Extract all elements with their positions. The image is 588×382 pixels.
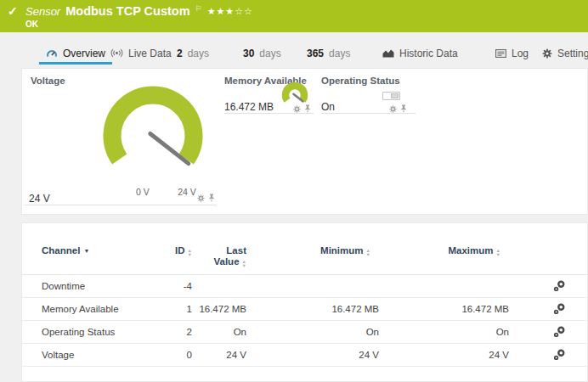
channel-settings-icon[interactable] xyxy=(553,349,565,361)
gear-icon xyxy=(542,48,552,59)
cell-last: On xyxy=(192,327,246,337)
broadcast-icon xyxy=(110,48,123,58)
priority-flag-icon: ⚐ xyxy=(195,4,202,13)
table-row-downtime: Downtime -4 xyxy=(22,275,588,298)
cell-id: 0 xyxy=(152,350,192,360)
tab-label: Live Data xyxy=(128,48,172,59)
tab-label: Settings xyxy=(557,48,588,59)
widget-gear-icon[interactable] xyxy=(197,194,205,202)
widget-pin-icon[interactable] xyxy=(400,104,407,113)
gauge-title: Voltage xyxy=(31,76,65,86)
column-header-last-value[interactable]: Last Value▲▼ xyxy=(192,245,246,267)
tab-settings[interactable]: Settings xyxy=(542,42,588,65)
channels-panel: Channel▼ ID▲▼ Last Value▲▼ Minimum▲▼ Max… xyxy=(21,222,588,382)
table-header-row: Channel▼ ID▲▼ Last Value▲▼ Minimum▲▼ Max… xyxy=(22,223,588,275)
cell-channel: Downtime xyxy=(42,281,152,291)
cell-min: 24 V xyxy=(246,350,379,360)
widget-pin-icon[interactable] xyxy=(304,104,311,113)
tab-label: Overview xyxy=(63,48,105,59)
log-icon xyxy=(495,49,506,58)
tab-30-days[interactable]: 30 days xyxy=(243,42,281,65)
sort-icon: ▲▼ xyxy=(242,260,246,267)
gauge-value: 16.472 MB xyxy=(224,101,274,113)
channel-settings-icon[interactable] xyxy=(553,280,565,292)
column-header-channel[interactable]: Channel▼ xyxy=(42,245,152,256)
sort-caret-icon: ▼ xyxy=(83,248,89,254)
tab-365-days[interactable]: 365 days xyxy=(307,42,350,65)
tab-log[interactable]: Log xyxy=(495,42,529,65)
cell-id: 1 xyxy=(152,304,192,314)
status-badge: OK xyxy=(25,20,38,29)
table-row-voltage: Voltage 0 24 V 24 V 24 V xyxy=(22,344,588,367)
voltage-gauge xyxy=(100,81,206,178)
status-toggle xyxy=(382,92,400,100)
tab-bar: Overview Live Data 2 days 30 days 365 da… xyxy=(0,42,588,65)
sensor-header: ✓ Sensor Modbus TCP Custom ⚐ ★★★☆☆ OK xyxy=(0,0,588,32)
column-header-minimum[interactable]: Minimum▲▼ xyxy=(246,245,379,256)
table-row-operating-status: Operating Status 2 On On On xyxy=(22,321,588,344)
tab-label: Log xyxy=(512,48,529,59)
tab-number: 2 xyxy=(177,48,183,59)
gauge-icon xyxy=(46,48,58,58)
gauge-value: 24 V xyxy=(29,193,50,205)
channels-table: Channel▼ ID▲▼ Last Value▲▼ Minimum▲▼ Max… xyxy=(22,223,588,367)
tab-unit: days xyxy=(188,48,209,59)
chart-icon xyxy=(382,48,394,58)
cell-last: 24 V xyxy=(192,350,246,360)
tab-overview[interactable]: Overview xyxy=(46,42,105,65)
cell-min: 16.472 MB xyxy=(246,304,379,314)
cell-id: -4 xyxy=(152,281,192,291)
widget-gear-icon[interactable] xyxy=(389,105,397,113)
tab-unit: days xyxy=(259,48,280,59)
cell-max: 24 V xyxy=(379,350,509,360)
cell-min: On xyxy=(246,327,379,337)
page-title: Modbus TCP Custom xyxy=(65,4,189,18)
cell-channel: Memory Available xyxy=(42,304,152,314)
gauges-panel: Voltage 0 V 24 V 24 V Memor xyxy=(21,68,588,215)
widget-pin-icon[interactable] xyxy=(208,194,215,202)
widget-gear-icon[interactable] xyxy=(293,105,301,113)
cell-max: 16.472 MB xyxy=(379,304,509,314)
tab-historic-data[interactable]: Historic Data xyxy=(382,42,458,65)
sort-icon: ▲▼ xyxy=(496,249,500,256)
tab-label: Historic Data xyxy=(399,48,458,59)
channel-settings-icon[interactable] xyxy=(553,326,565,338)
gauge-value: On xyxy=(321,101,335,113)
tab-live-data[interactable]: Live Data xyxy=(110,42,172,65)
tab-number: 365 xyxy=(307,48,324,59)
gauge-title: Operating Status xyxy=(321,76,400,86)
column-header-id[interactable]: ID▲▼ xyxy=(152,245,192,256)
column-header-maximum[interactable]: Maximum▲▼ xyxy=(379,245,509,256)
channel-settings-icon[interactable] xyxy=(553,303,565,315)
sort-icon: ▲▼ xyxy=(366,249,370,256)
cell-channel: Operating Status xyxy=(42,327,152,337)
object-kind-label: Sensor xyxy=(25,5,60,18)
priority-stars[interactable]: ★★★☆☆ xyxy=(207,6,253,17)
tab-unit: days xyxy=(329,48,350,59)
cell-max: On xyxy=(379,327,509,337)
tab-number: 30 xyxy=(243,48,254,59)
cell-id: 2 xyxy=(152,327,192,337)
status-check-icon: ✓ xyxy=(8,4,18,18)
table-row-memory-available: Memory Available 1 16.472 MB 16.472 MB 1… xyxy=(22,298,588,321)
cell-channel: Voltage xyxy=(42,350,152,360)
gauge-scale-min: 0 V xyxy=(130,187,155,197)
tab-2-days[interactable]: 2 days xyxy=(177,42,209,65)
cell-last: 16.472 MB xyxy=(192,304,246,314)
